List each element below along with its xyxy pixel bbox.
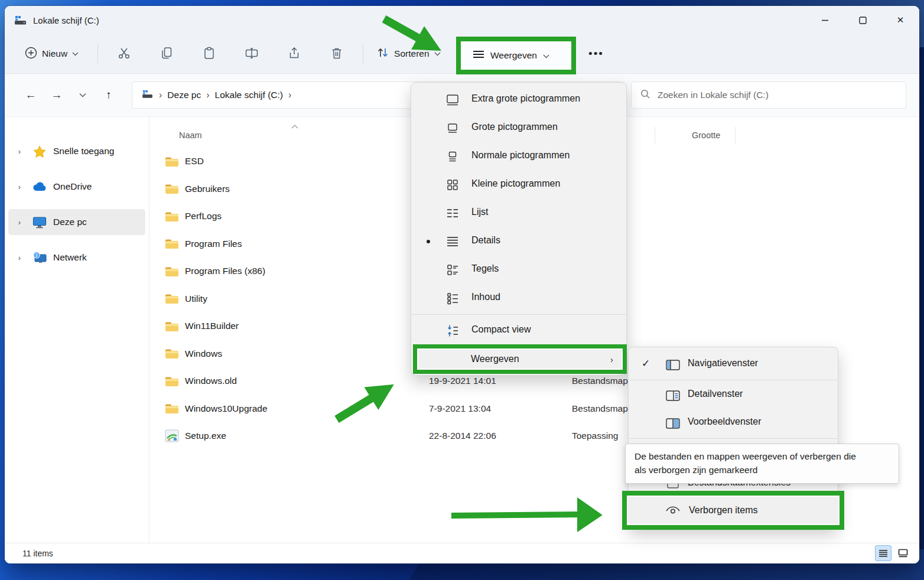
chevron-down-icon [543,50,549,61]
breadcrumb-item-deze-pc[interactable]: Deze pc [167,90,201,100]
menu-item-extra-grote-pictogrammen[interactable]: Extra grote pictogrammen [411,86,626,114]
chevron-right-icon[interactable]: › [8,218,31,227]
paste-icon [202,46,216,62]
chevron-right-icon[interactable]: › [8,147,31,156]
new-button-label: Nieuw [42,48,67,59]
view-dropdown-menu: Extra grote pictogrammen Grote pictogram… [411,82,627,376]
tooltip-line: als verborgen zijn gemarkeerd [635,463,890,477]
menu-item-grote-pictogrammen[interactable]: Grote pictogrammen [411,114,626,142]
drive-icon [142,90,154,101]
file-name: Program Files (x86) [185,266,429,276]
annotation-box-weergeven-item: Weergeven › [413,344,627,374]
eye-icon [665,504,681,517]
file-date: 22-8-2014 22:06 [429,431,572,441]
details-view-toggle[interactable] [875,545,892,561]
sidebar-item-label: Snelle toegang [53,146,114,157]
back-button[interactable]: ← [18,83,44,107]
copy-button[interactable] [145,46,188,62]
rename-button[interactable] [230,46,273,62]
breadcrumb-item-current[interactable]: Lokale schijf (C:) [215,90,283,100]
large-icons-view-toggle[interactable] [894,545,911,561]
network-icon [31,252,48,264]
new-button[interactable]: Nieuw [25,47,79,61]
menu-item-label: Lijst [471,207,488,217]
maximize-button[interactable] [844,6,881,34]
menu-item-lijst[interactable]: Lijst [411,199,626,227]
minimize-button[interactable] [806,6,844,34]
menu-item-tegels[interactable]: Tegels [411,256,626,284]
submenu-item-detailvenster[interactable]: Detailvenster [629,382,838,409]
navigation-pane-icon [664,359,682,372]
toolbar-divider [363,44,363,63]
file-name: ESD [185,156,429,167]
navigation-pane: › Snelle toegang › OneDrive › Deze pc › … [5,117,149,543]
selected-bullet-icon [427,240,430,243]
chevron-right-icon[interactable]: › [8,183,31,191]
menu-item-weergeven[interactable]: Weergeven › [417,348,623,370]
column-header-grootte[interactable]: Grootte [655,127,736,144]
sidebar-item-onedrive[interactable]: › OneDrive [8,174,145,200]
sort-arrows-icon [376,47,389,61]
check-icon: ✓ [642,357,650,370]
search-box [631,82,906,109]
menu-item-normale-pictogrammen[interactable]: Normale pictogrammen [411,142,626,171]
file-name: Gebruikers [185,184,429,194]
trash-icon [330,46,344,62]
folder-icon [165,376,179,387]
menu-item-kleine-pictogrammen[interactable]: Kleine pictogrammen [411,171,626,199]
menu-item-details[interactable]: Details [411,227,626,256]
recent-locations-chevron[interactable] [70,83,96,107]
application-icon [165,429,179,442]
file-name: Setup.exe [185,431,429,441]
status-bar: 11 items [5,543,919,563]
menu-item-compact-view[interactable]: Compact view [411,317,626,345]
submenu-item-label: Detailvenster [688,389,743,399]
view-button[interactable]: Weergeven [461,41,571,70]
up-button[interactable]: ↑ [96,83,122,107]
sort-button-label: Sorteren [394,48,429,59]
sidebar-item-label: Deze pc [53,217,87,227]
file-name: Win11Builder [185,321,429,331]
star-icon [31,145,48,158]
folder-icon [165,293,179,304]
menu-item-label: Details [471,235,500,246]
folder-icon [165,266,179,277]
folder-icon [165,321,179,332]
list-view-icon [444,206,461,220]
content-view-icon [444,291,461,305]
chevron-right-icon: › [206,90,209,100]
close-button[interactable]: ✕ [881,6,919,34]
sidebar-item-netwerk[interactable]: › Netwerk [8,245,145,271]
see-more-button[interactable]: ••• [588,47,604,60]
small-icons-icon [444,178,461,192]
submenu-item-verborgen-items[interactable]: Verborgen items [627,496,840,525]
menu-item-inhoud[interactable]: Inhoud [411,284,626,312]
monitor-icon [31,216,48,229]
sidebar-item-snelle-toegang[interactable]: › Snelle toegang [8,138,145,164]
drive-icon [14,15,27,25]
forward-button[interactable]: → [44,83,70,107]
menu-item-label: Weergeven [471,354,519,364]
submenu-item-label: Voorbeeldvenster [688,416,762,427]
menu-separator [412,314,626,315]
paste-button[interactable] [188,46,230,62]
cut-button[interactable] [103,46,145,62]
sort-button[interactable]: Sorteren [376,47,440,61]
tiles-view-icon [444,263,461,277]
share-button[interactable] [273,46,315,62]
sidebar-item-label: OneDrive [53,181,92,192]
hamburger-icon [473,50,484,61]
view-button-label: Weergeven [490,50,537,61]
chevron-right-icon: › [159,90,162,100]
file-name: Utility [185,294,429,304]
delete-button[interactable] [315,46,358,62]
chevron-right-icon[interactable]: › [8,253,31,262]
menu-item-label: Grote pictogrammen [471,122,558,132]
search-input[interactable] [658,90,906,100]
submenu-item-voorbeeldvenster[interactable]: Voorbeeldvenster [629,409,838,437]
copy-icon [160,46,174,62]
menu-item-label: Tegels [471,263,499,274]
sidebar-item-deze-pc[interactable]: › Deze pc [8,209,145,235]
submenu-item-navigatievenster[interactable]: ✓ Navigatievenster [629,351,838,379]
details-view-icon [444,234,461,249]
